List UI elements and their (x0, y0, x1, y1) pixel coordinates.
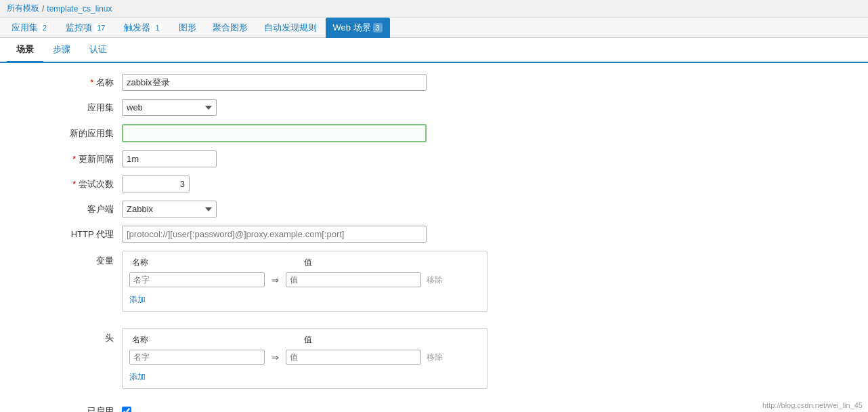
new-app-group-row: 新的应用集 (14, 124, 596, 142)
enabled-label: 已启用 (14, 405, 122, 412)
variable-arrow: ⇒ (267, 275, 283, 285)
headers-add-link[interactable]: 添加 (129, 371, 146, 383)
form-area: 名称 应用集 web 新的应用集 更新间隔 尝试次数 客户端 Zabbix HT… (0, 63, 609, 412)
headers-header: 名称 值 (129, 334, 480, 346)
name-input[interactable] (122, 74, 427, 91)
new-app-group-input[interactable] (122, 124, 427, 142)
variables-label: 变量 (14, 251, 122, 267)
breadcrumb: 所有模板 / template_cs_linux (0, 0, 868, 18)
footer-url: http://blog.csdn.net/wei_lin_45 (762, 401, 863, 409)
update-interval-input[interactable] (122, 150, 217, 167)
enabled-row: 已启用 (14, 405, 596, 412)
variable-value-input[interactable] (286, 272, 421, 287)
headers-label: 头 (14, 328, 122, 344)
nav-graphs[interactable]: 图形 (171, 18, 204, 38)
tab-auth[interactable]: 认证 (80, 38, 116, 63)
breadcrumb-all-templates[interactable]: 所有模板 (7, 3, 39, 14)
update-interval-row: 更新间隔 (14, 150, 596, 167)
header-remove-button[interactable]: 移除 (424, 350, 446, 365)
app-group-select[interactable]: web (122, 99, 217, 116)
sub-tabs: 场景 步骤 认证 (0, 38, 868, 63)
app-group-row: 应用集 web (14, 99, 596, 116)
client-label: 客户端 (14, 203, 122, 215)
variable-name-input[interactable] (129, 272, 265, 287)
app-group-label: 应用集 (14, 102, 122, 114)
http-proxy-input[interactable] (122, 226, 427, 243)
retry-count-label: 尝试次数 (14, 178, 122, 190)
nav-monitors[interactable]: 监控项 17 (58, 18, 115, 38)
header-value-input[interactable] (286, 350, 421, 365)
nav-auto-discovery[interactable]: 自动发现规则 (257, 18, 324, 38)
page-footer: http://blog.csdn.net/wei_lin_45 (757, 398, 868, 412)
variables-row: 变量 名称 值 ⇒ 移除 添加 (14, 251, 596, 312)
http-proxy-row: HTTP 代理 (14, 226, 596, 243)
headers-table: 名称 值 ⇒ 移除 添加 (122, 328, 487, 389)
headers-row: 头 名称 值 ⇒ 移除 添加 (14, 328, 596, 389)
http-proxy-label: HTTP 代理 (14, 228, 122, 241)
breadcrumb-template[interactable]: template_cs_linux (47, 4, 112, 14)
breadcrumb-separator: / (42, 4, 44, 14)
headers-data-row: ⇒ 移除 (129, 350, 480, 365)
new-app-group-label: 新的应用集 (14, 127, 122, 140)
variables-data-row: ⇒ 移除 (129, 272, 480, 287)
tab-scene[interactable]: 场景 (7, 38, 43, 63)
name-row: 名称 (14, 74, 596, 91)
variables-add-link[interactable]: 添加 (129, 294, 146, 306)
nav-triggers[interactable]: 触发器 1 (116, 18, 169, 38)
variables-header: 名称 值 (129, 257, 480, 268)
tab-steps[interactable]: 步骤 (43, 38, 80, 63)
update-interval-label: 更新间隔 (14, 153, 122, 165)
variable-remove-button[interactable]: 移除 (424, 273, 446, 287)
retry-count-row: 尝试次数 (14, 176, 596, 192)
header-arrow: ⇒ (267, 352, 283, 363)
name-label: 名称 (14, 77, 122, 89)
top-nav: 应用集 2 监控项 17 触发器 1 图形 聚合图形 自动发现规则 Web 场景… (0, 18, 868, 38)
nav-web-scenarios[interactable]: Web 场景 3 (326, 18, 390, 38)
nav-app-groups[interactable]: 应用集 2 (4, 18, 57, 38)
variables-table: 名称 值 ⇒ 移除 添加 (122, 251, 487, 312)
client-row: 客户端 Zabbix (14, 201, 596, 218)
enabled-checkbox[interactable] (122, 407, 131, 412)
client-select[interactable]: Zabbix (122, 201, 217, 218)
retry-count-input[interactable] (122, 176, 190, 192)
nav-aggregate-graphs[interactable]: 聚合图形 (205, 18, 255, 38)
header-name-input[interactable] (129, 350, 265, 365)
